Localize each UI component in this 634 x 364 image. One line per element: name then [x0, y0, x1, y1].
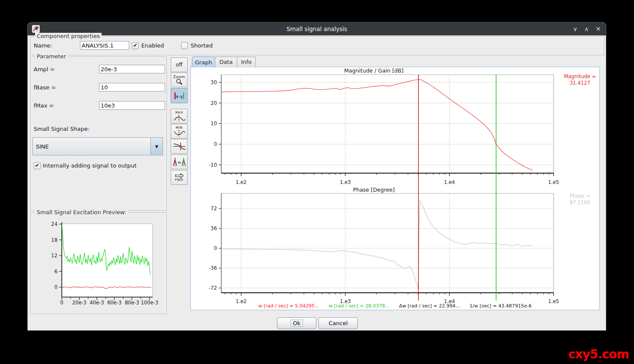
- svg-text:10: 10: [210, 120, 217, 127]
- svg-text:40e-3: 40e-3: [90, 300, 104, 306]
- svg-text:20: 20: [210, 100, 217, 106]
- svg-text:1.e3: 1.e3: [340, 179, 350, 185]
- svg-text:18: 18: [51, 237, 57, 243]
- svg-text:Magnitude / Gain [dB]: Magnitude / Gain [dB]: [344, 67, 403, 74]
- fmax-input[interactable]: [99, 101, 165, 110]
- cancel-button[interactable]: Cancel: [319, 317, 358, 329]
- tab-graph[interactable]: Graph: [192, 57, 215, 67]
- max-button-label: MAX: [175, 111, 183, 114]
- svg-text:0: 0: [214, 245, 217, 251]
- svg-text:24: 24: [51, 221, 57, 227]
- compare-button[interactable]: =: [171, 155, 188, 169]
- component-properties-group: Component properties Name: ✔ Enabled ✔ S…: [30, 36, 604, 55]
- check-icon: ✔: [132, 43, 138, 48]
- ampl-input[interactable]: [99, 65, 165, 73]
- svg-text:80e-3: 80e-3: [125, 300, 139, 306]
- inverse-w-readout: 1/w [sec] = 43.487915e-6: [470, 303, 532, 309]
- svg-text:-36: -36: [209, 265, 217, 271]
- magnitude-chart: 1.e21.e31.e41.e53020100-10Magnitude / Ga…: [209, 67, 559, 185]
- excitation-preview-chart: 24181260020e-340e-360e-380e-3100e-3: [51, 221, 158, 306]
- watermark: cxy5.com: [568, 347, 629, 361]
- internally-adding-checkbox[interactable]: ✔: [34, 162, 41, 169]
- phase-annotation-value: 87.1165: [570, 199, 590, 206]
- svg-text:0: 0: [54, 284, 57, 290]
- gain-curve: [220, 79, 533, 170]
- roll-down-button[interactable]: ∨: [573, 22, 577, 35]
- phase-annotation: Phase = 87.1165: [558, 193, 602, 206]
- max-button[interactable]: MAX: [171, 109, 188, 123]
- chevron-down-icon[interactable]: ▼: [150, 138, 162, 155]
- xy-cursor-button[interactable]: x-y: [171, 88, 188, 103]
- svg-text:30: 30: [210, 79, 217, 85]
- magnifier-icon: [175, 79, 183, 85]
- zero-crossing-icon: [173, 141, 186, 152]
- cancel-button-label: Cancel: [326, 320, 350, 327]
- parameter-legend: Parameter: [35, 53, 68, 60]
- svg-text:x-y: x-y: [175, 94, 183, 99]
- cursor-status-bar: w [rad / sec] = 5.04295... w [rad / sec]…: [191, 303, 599, 309]
- min-button[interactable]: MIN: [171, 124, 188, 139]
- off-button-label: off: [176, 62, 183, 68]
- titlebar[interactable]: Small signal analysis ∨ ∧ ✕: [28, 22, 606, 35]
- magnitude-annotation-label: Magnitude =: [564, 73, 596, 79]
- tab-data[interactable]: Data: [215, 57, 237, 67]
- svg-text:1.e2: 1.e2: [236, 179, 246, 185]
- close-button[interactable]: ✕: [596, 22, 601, 35]
- tab-info[interactable]: Info: [237, 57, 256, 67]
- svg-text:0: 0: [214, 141, 217, 147]
- zoom-button[interactable]: Zoom: [171, 73, 188, 87]
- zero-crossing-button[interactable]: [171, 139, 188, 154]
- bode-chart-svg: 1.e21.e31.e41.e53020100-10Magnitude / Ga…: [191, 67, 597, 308]
- check-icon: ✔: [34, 163, 40, 168]
- roll-up-button[interactable]: ∧: [584, 22, 589, 35]
- shorted-checkbox[interactable]: ✔: [181, 42, 188, 49]
- min-curve-icon: [173, 130, 185, 137]
- component-properties-legend: Component properties: [35, 33, 102, 39]
- tab-data-label: Data: [219, 59, 233, 65]
- max-curve-icon: [173, 114, 185, 122]
- shorted-label: Shorted: [191, 42, 213, 49]
- svg-text:0: 0: [60, 300, 63, 306]
- enabled-checkbox[interactable]: ✔: [132, 42, 139, 49]
- shape-select[interactable]: SINE ▼: [32, 137, 163, 155]
- fbase-input[interactable]: [99, 83, 165, 92]
- red-cursor-readout: w [rad / sec] = 5.04295...: [258, 303, 319, 309]
- off-button[interactable]: off: [171, 57, 188, 72]
- phase-curve: [220, 201, 533, 290]
- xy-cursor-icon: x-y: [173, 92, 185, 100]
- name-label: Name:: [34, 42, 52, 49]
- excitation-preview-group: Small Signal Excitation Preview: 2418126…: [30, 212, 167, 314]
- name-input[interactable]: [80, 41, 129, 50]
- small-signal-shape-label: Small Signal Shape:: [34, 126, 89, 132]
- green-cursor-readout: w [rad / sec] = 28.0378...: [328, 303, 389, 309]
- svg-text:1.e4: 1.e4: [444, 179, 455, 185]
- preview-chart-svg: 24181260020e-340e-360e-380e-3100e-3: [31, 213, 166, 312]
- delta-w-readout: Δw [rad / sec] = 22.994...: [399, 303, 460, 309]
- min-button-label: MIN: [176, 126, 183, 130]
- fwd-button-label: FWD: [175, 178, 183, 182]
- shape-select-value: SINE: [33, 143, 150, 150]
- svg-text:6: 6: [54, 269, 57, 275]
- magnitude-annotation: Magnitude = 31.4127: [558, 73, 602, 86]
- svg-text:-72: -72: [209, 285, 217, 291]
- small-signal-analysis-dialog: Small signal analysis ∨ ∧ ✕ Component pr…: [28, 22, 606, 330]
- svg-text:36: 36: [210, 225, 217, 231]
- tab-graph-label: Graph: [195, 59, 212, 66]
- svg-text:1.e5: 1.e5: [548, 179, 559, 185]
- magnitude-annotation-value: 31.4127: [570, 80, 590, 86]
- svg-text:100e-3: 100e-3: [141, 300, 159, 306]
- window-title: Small signal analysis: [28, 22, 606, 35]
- fmax-label: fMax =: [34, 102, 54, 109]
- svg-text:20e-3: 20e-3: [72, 300, 86, 306]
- app-icon: [32, 25, 40, 33]
- svg-text:-10: -10: [209, 162, 217, 168]
- svg-text:12: 12: [51, 253, 57, 259]
- ok-button-label: Ok: [290, 320, 303, 327]
- enabled-label: Enabled: [141, 42, 164, 49]
- ok-button[interactable]: Ok: [277, 317, 316, 329]
- tab-info-label: Info: [241, 59, 252, 65]
- compare-equals-label: =: [177, 160, 181, 165]
- phase-annotation-label: Phase =: [570, 193, 590, 199]
- graph-panel: 1.e21.e31.e41.e53020100-10Magnitude / Ga…: [190, 66, 600, 310]
- fwd-button[interactable]: FWD: [171, 170, 188, 185]
